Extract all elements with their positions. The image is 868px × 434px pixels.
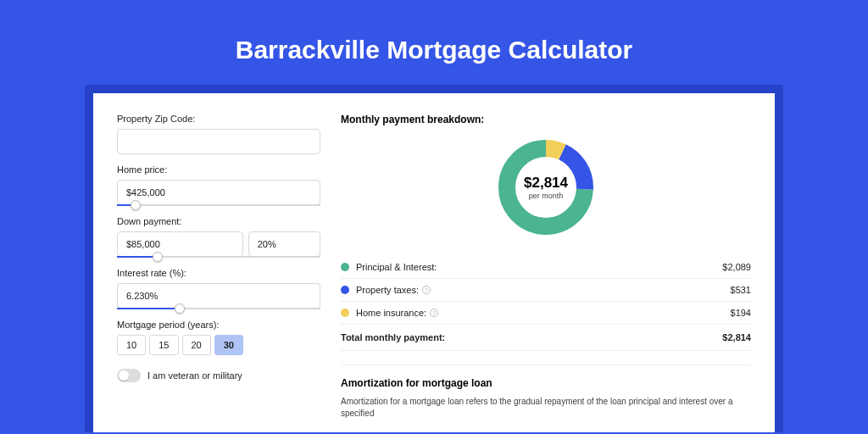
down-payment-percent-input[interactable] (248, 231, 320, 257)
donut-center: $2,814 per month (494, 136, 598, 239)
down-payment-label: Down payment: (117, 216, 320, 226)
legend-label-total: Total monthly payment: (341, 332, 722, 342)
legend-row-tax: Property taxes: ? $531 (341, 279, 751, 302)
price-input[interactable] (117, 180, 320, 205)
period-options: 10 15 20 30 (117, 335, 320, 355)
rate-input[interactable] (117, 283, 320, 309)
legend-row-principal: Principal & Interest: $2,089 (341, 256, 751, 279)
amortization-section: Amortization for mortgage loan Amortizat… (341, 364, 751, 420)
help-icon[interactable]: ? (430, 309, 438, 317)
legend-value-principal: $2,089 (722, 262, 751, 272)
legend-dot-insurance (341, 309, 349, 317)
form-column: Property Zip Code: Home price: Down paym… (117, 114, 320, 412)
breakdown-title: Monthly payment breakdown: (341, 114, 751, 125)
period-option-15[interactable]: 15 (149, 335, 178, 355)
period-field: Mortgage period (years): 10 15 20 30 (117, 320, 320, 355)
rate-label: Interest rate (%): (117, 268, 320, 278)
price-slider[interactable] (117, 204, 320, 206)
legend-label-tax-text: Property taxes: (356, 285, 419, 295)
legend-dot-principal (341, 263, 349, 271)
legend-row-insurance: Home insurance: ? $194 (341, 302, 751, 325)
panel-shadow: Property Zip Code: Home price: Down paym… (85, 85, 783, 432)
down-payment-slider[interactable] (117, 256, 320, 258)
down-payment-slider-thumb[interactable] (153, 252, 163, 262)
down-payment-slider-fill (117, 256, 158, 258)
down-payment-amount-input[interactable] (117, 231, 243, 257)
zip-input[interactable] (117, 129, 320, 154)
calculator-panel: Property Zip Code: Home price: Down paym… (93, 93, 775, 432)
rate-slider-thumb[interactable] (175, 303, 185, 314)
legend-label-tax: Property taxes: ? (356, 285, 731, 295)
price-field: Home price: (117, 164, 320, 206)
page-title: Barrackville Mortgage Calculator (0, 36, 868, 64)
donut-wrap: $2,814 per month (341, 136, 751, 239)
legend-value-insurance: $194 (731, 308, 751, 318)
rate-slider[interactable] (117, 308, 320, 309)
legend-label-insurance: Home insurance: ? (356, 308, 731, 318)
page-header: Barrackville Mortgage Calculator (0, 0, 868, 85)
price-slider-thumb[interactable] (131, 200, 141, 210)
amortization-title: Amortization for mortgage loan (341, 377, 751, 389)
legend-dot-tax (341, 286, 349, 294)
legend-label-principal: Principal & Interest: (356, 262, 722, 272)
rate-field: Interest rate (%): (117, 268, 320, 309)
help-icon[interactable]: ? (422, 286, 431, 294)
price-label: Home price: (117, 164, 320, 175)
legend-value-tax: $531 (731, 285, 751, 295)
period-label: Mortgage period (years): (117, 320, 320, 330)
period-option-10[interactable]: 10 (117, 335, 146, 355)
donut-sub: per month (529, 192, 564, 200)
down-payment-field: Down payment: (117, 216, 320, 258)
zip-field: Property Zip Code: (117, 114, 320, 154)
breakdown-column: Monthly payment breakdown: $2,814 per mo… (341, 114, 751, 412)
veteran-label: I am veteran or military (147, 370, 242, 381)
period-option-30[interactable]: 30 (214, 335, 243, 355)
legend-value-total: $2,814 (722, 332, 751, 342)
legend-row-total: Total monthly payment: $2,814 (341, 325, 751, 351)
amortization-body: Amortization for a mortgage loan refers … (341, 396, 751, 420)
veteran-field: I am veteran or military (117, 369, 320, 382)
zip-label: Property Zip Code: (117, 114, 320, 124)
rate-slider-fill (117, 308, 180, 309)
legend-label-insurance-text: Home insurance: (356, 308, 426, 318)
veteran-toggle[interactable] (117, 369, 141, 382)
donut-amount: $2,814 (524, 175, 568, 192)
period-option-20[interactable]: 20 (182, 335, 211, 355)
donut-chart: $2,814 per month (494, 136, 598, 239)
